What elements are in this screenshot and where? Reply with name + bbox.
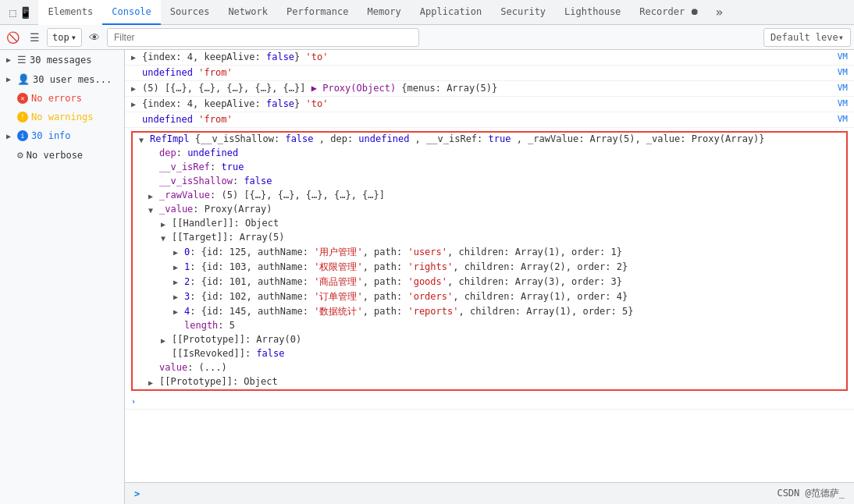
length-line: length: 5 bbox=[133, 319, 846, 333]
line1-content: {index: 4, keepAlive: false} 'to' bbox=[142, 51, 831, 62]
sidebar: ▶ ☰ 30 messages ▶ 👤 30 user mes... ▶ ✕ N… bbox=[0, 50, 125, 504]
array-item-4: ▶ 4: {id: 145, authName: '数据统计', path: '… bbox=[133, 304, 846, 319]
line5-source[interactable]: VM bbox=[831, 114, 848, 124]
line4-source[interactable]: VM bbox=[831, 98, 848, 108]
proto-array-toggle[interactable]: ▶ bbox=[161, 336, 172, 345]
proto-obj-toggle[interactable]: ▶ bbox=[148, 378, 159, 387]
v-isref-line: __v_isRef: true bbox=[133, 161, 846, 175]
messages-arrow: ▶ bbox=[6, 55, 14, 64]
value-toggle[interactable]: ▼ bbox=[148, 206, 159, 215]
item2-toggle[interactable]: ▶ bbox=[173, 278, 184, 286]
prototype-obj-line: ▶ [[Prototype]]: Object bbox=[133, 375, 846, 389]
array-item-2: ▶ 2: {id: 101, authName: '商品管理', path: '… bbox=[133, 275, 846, 289]
console-line-1: ▶ {index: 4, keepAlive: false} 'to' VM bbox=[125, 50, 854, 66]
tab-network[interactable]: Network bbox=[219, 0, 277, 25]
refimpl-header-text: RefImpl {__v_isShallow: false , dep: und… bbox=[150, 133, 840, 144]
highlight-box: ▼ RefImpl {__v_isShallow: false , dep: u… bbox=[131, 131, 848, 391]
line1-arrow[interactable]: ▶ bbox=[131, 53, 142, 62]
user-messages-arrow: ▶ bbox=[6, 75, 14, 83]
handler-toggle[interactable]: ▶ bbox=[161, 220, 172, 229]
main-area: ▶ ☰ 30 messages ▶ 👤 30 user mes... ▶ ✕ N… bbox=[0, 50, 854, 504]
error-icon: ✕ bbox=[17, 93, 28, 104]
line3-arrow[interactable]: ▶ bbox=[131, 84, 142, 93]
bottom-bar: > CSDN @范德萨_ bbox=[125, 482, 854, 504]
info-arrow: ▶ bbox=[6, 132, 14, 140]
sidebar-item-info[interactable]: ▶ i 30 info bbox=[0, 126, 124, 145]
item3-toggle[interactable]: ▶ bbox=[173, 293, 184, 301]
sidebar-item-verbose[interactable]: ▶ ⚙ No verbose bbox=[0, 145, 124, 165]
console-line-4: ▶ {index: 4, keepAlive: false} 'to' VM bbox=[125, 97, 854, 112]
inspect-icon[interactable]: ⬚ bbox=[9, 6, 16, 19]
info-label: 30 info bbox=[31, 130, 71, 141]
context-selector[interactable]: top ▾ bbox=[47, 28, 82, 47]
sidebar-item-messages[interactable]: ▶ ☰ 30 messages bbox=[0, 50, 124, 69]
context-dropdown-icon: ▾ bbox=[71, 32, 77, 43]
array-item-0: ▶ 0: {id: 125, authName: '用户管理', path: '… bbox=[133, 245, 846, 260]
line3-content: (5) [{…}, {…}, {…}, {…}, {…}] ▶ Proxy(Ob… bbox=[142, 83, 831, 94]
console-prompt[interactable]: > bbox=[134, 488, 140, 499]
log-level-selector[interactable]: Default leve ▾ bbox=[763, 28, 851, 47]
errors-label: No errors bbox=[31, 93, 82, 104]
tab-sources[interactable]: Sources bbox=[161, 0, 219, 25]
tab-console[interactable]: Console bbox=[102, 0, 161, 25]
console-line-5: undefined 'from' VM bbox=[125, 112, 854, 128]
tab-memory[interactable]: Memory bbox=[358, 0, 410, 25]
array-item-1: ▶ 1: {id: 103, authName: '权限管理', path: '… bbox=[133, 260, 846, 275]
warnings-label: No warnings bbox=[31, 112, 93, 122]
console-line-extra: › bbox=[125, 394, 854, 410]
tab-security[interactable]: Security bbox=[491, 0, 555, 25]
v-isshallow-line: __v_isShallow: false bbox=[133, 175, 846, 189]
filter-input[interactable] bbox=[107, 28, 419, 47]
line1-source[interactable]: VM bbox=[831, 51, 848, 62]
console-content: ▶ {index: 4, keepAlive: false} 'to' VM u… bbox=[125, 50, 854, 504]
rawvalue-toggle[interactable]: ▶ bbox=[148, 192, 159, 201]
filter-icon[interactable]: ☰ bbox=[25, 28, 44, 47]
verbose-label: No verbose bbox=[27, 150, 83, 161]
devtools-icons: ⬚ 📱 bbox=[3, 6, 38, 19]
line5-content: undefined 'from' bbox=[142, 114, 831, 125]
array-item-3: ▶ 3: {id: 102, authName: '订单管理', path: '… bbox=[133, 289, 846, 304]
sidebar-item-warnings[interactable]: ▶ ! No warnings bbox=[0, 108, 124, 126]
context-label: top bbox=[52, 32, 69, 43]
dep-line: dep: undefined bbox=[133, 147, 846, 161]
user-messages-label: 30 user mes... bbox=[33, 74, 112, 85]
item0-toggle[interactable]: ▶ bbox=[173, 248, 184, 257]
tab-elements[interactable]: Elements bbox=[38, 0, 102, 25]
item1-toggle[interactable]: ▶ bbox=[173, 263, 184, 272]
info-icon: i bbox=[17, 130, 28, 141]
console-toolbar: 🚫 ☰ top ▾ 👁 Default leve ▾ bbox=[0, 25, 854, 50]
line4-content: {index: 4, keepAlive: false} 'to' bbox=[142, 98, 831, 109]
line4-arrow[interactable]: ▶ bbox=[131, 100, 142, 108]
target-toggle[interactable]: ▼ bbox=[161, 234, 172, 243]
user-icon: 👤 bbox=[17, 73, 30, 85]
item4-toggle[interactable]: ▶ bbox=[173, 307, 184, 316]
value-dots-line: value: (...) bbox=[133, 361, 846, 375]
clear-console-button[interactable]: 🚫 bbox=[3, 28, 22, 47]
sidebar-item-user-messages[interactable]: ▶ 👤 30 user mes... bbox=[0, 69, 124, 89]
messages-label: 30 messages bbox=[30, 55, 91, 66]
line2-source[interactable]: VM bbox=[831, 67, 848, 77]
prototype-array-line: ▶ [[Prototype]]: Array(0) bbox=[133, 333, 846, 347]
tab-application[interactable]: Application bbox=[411, 0, 491, 25]
refimpl-header: ▼ RefImpl {__v_isShallow: false , dep: u… bbox=[133, 133, 846, 147]
warning-icon: ! bbox=[17, 112, 28, 122]
line3-source[interactable]: VM bbox=[831, 83, 848, 93]
refimpl-toggle[interactable]: ▼ bbox=[139, 136, 150, 144]
extra-arrow[interactable]: › bbox=[131, 397, 142, 406]
sidebar-item-errors[interactable]: ▶ ✕ No errors bbox=[0, 89, 124, 108]
attribution-text: CSDN @范德萨_ bbox=[777, 487, 845, 500]
gear-icon: ⚙ bbox=[17, 149, 23, 161]
tab-bar: ⬚ 📱 Elements Console Sources Network Per… bbox=[0, 0, 854, 25]
tab-lighthouse[interactable]: Lighthouse bbox=[555, 0, 630, 25]
tab-performance[interactable]: Performance bbox=[277, 0, 358, 25]
more-tabs-button[interactable]: » bbox=[709, 0, 729, 25]
line2-content: undefined 'from' bbox=[142, 67, 831, 78]
console-line-3: ▶ (5) [{…}, {…}, {…}, {…}, {…}] ▶ Proxy(… bbox=[125, 81, 854, 97]
rawvalue-line: ▶ _rawValue: (5) [{…}, {…}, {…}, {…}, {…… bbox=[133, 189, 846, 203]
handler-line: ▶ [[Handler]]: Object bbox=[133, 217, 846, 231]
eye-icon[interactable]: 👁 bbox=[85, 28, 104, 47]
device-icon[interactable]: 📱 bbox=[19, 6, 32, 19]
console-line-2: undefined 'from' VM bbox=[125, 66, 854, 81]
target-line: ▼ [[Target]]: Array(5) bbox=[133, 231, 846, 245]
tab-recorder[interactable]: Recorder ⏺ bbox=[630, 0, 709, 25]
